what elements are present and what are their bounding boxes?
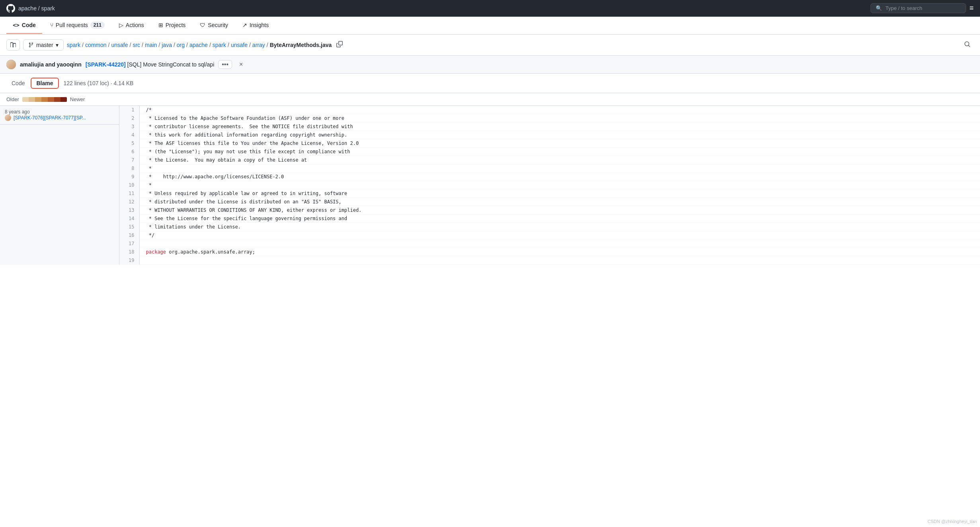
close-button[interactable]: ×: [239, 61, 243, 68]
age-gradient: [22, 97, 67, 102]
copy-icon: [336, 41, 343, 47]
table-row: 5 * The ASF licenses this file to You un…: [119, 139, 980, 148]
top-navbar: apache / spark 🔍 Type / to search ≡: [0, 0, 980, 17]
blame-sidebar: 8 years ago [SPARK-7076][SPARK-7077][SP.…: [0, 106, 119, 265]
table-row: 16 */: [119, 231, 980, 240]
breadcrumb-array[interactable]: array: [252, 42, 265, 48]
breadcrumb: spark / common / unsafe / src / main / j…: [67, 42, 332, 48]
commit-message: [SPARK-44220] [SQL] Move StringConcat to…: [86, 61, 214, 68]
sep-9: /: [228, 42, 229, 48]
table-row: 17: [119, 240, 980, 248]
breadcrumb-unsafe2[interactable]: unsafe: [231, 42, 248, 48]
table-row: 2 * Licensed to the Apache Software Foun…: [119, 114, 980, 123]
line-number-cell: 16: [119, 231, 139, 240]
tab-pull-requests[interactable]: ⑂ Pull requests 211: [44, 17, 111, 34]
tab-actions[interactable]: ▷ Actions: [113, 17, 150, 34]
table-row: 13 * WITHOUT WARRANTIES OR CONDITIONS OF…: [119, 206, 980, 215]
breadcrumb-unsafe[interactable]: unsafe: [111, 42, 128, 48]
nav-logo[interactable]: apache / spark: [6, 4, 55, 13]
newer-label: Newer: [70, 96, 85, 102]
table-row: 9 * http://www.apache.org/licenses/LICEN…: [119, 173, 980, 181]
breadcrumb-src[interactable]: src: [133, 42, 140, 48]
panel-toggle-button[interactable]: [6, 39, 20, 51]
tab-security-label: Security: [208, 22, 228, 28]
tab-projects[interactable]: ⊞ Projects: [152, 17, 192, 34]
projects-icon: ⊞: [158, 22, 163, 28]
code-blame-header: Code Blame 122 lines (107 loc) · 4.14 KB: [0, 74, 980, 93]
line-code-cell: * contributor license agreements. See th…: [139, 123, 980, 131]
line-code-cell: * the License. You may obtain a copy of …: [139, 156, 980, 164]
sep-2: /: [108, 42, 110, 48]
line-number-cell: 5: [119, 139, 139, 148]
line-code-cell: * distributed under the License is distr…: [139, 198, 980, 206]
tab-projects-label: Projects: [166, 22, 186, 28]
breadcrumb-main[interactable]: main: [145, 42, 157, 48]
breadcrumb-spark[interactable]: spark: [67, 42, 80, 48]
sep-5: /: [158, 42, 160, 48]
blame-mini-avatar: [5, 115, 11, 121]
branch-chevron-icon: ▾: [56, 42, 59, 48]
blame-commit-block[interactable]: 8 years ago [SPARK-7076][SPARK-7077][SP.…: [0, 106, 119, 125]
pr-badge: 211: [90, 21, 105, 29]
tab-pr-label: Pull requests: [56, 22, 88, 28]
table-row: 3 * contributor license agreements. See …: [119, 123, 980, 131]
sep-4: /: [142, 42, 143, 48]
line-number-cell: 9: [119, 173, 139, 181]
code-view-button[interactable]: Code: [6, 78, 30, 88]
tab-code[interactable]: <> Code: [6, 17, 42, 34]
actions-icon: ▷: [119, 22, 123, 28]
line-number-cell: 6: [119, 148, 139, 156]
breadcrumb-spark2[interactable]: spark: [213, 42, 226, 48]
age-legend: Older Newer: [0, 93, 980, 106]
age-swatch-5: [48, 97, 54, 102]
blame-commit-time: 8 years ago: [5, 109, 114, 115]
breadcrumb-apache[interactable]: apache: [189, 42, 208, 48]
blame-view-button[interactable]: Blame: [31, 78, 59, 89]
table-row: 11 * Unless required by applicable law o…: [119, 189, 980, 198]
table-row: 18package org.apache.spark.unsafe.array;: [119, 248, 980, 256]
search-file-icon: [964, 41, 970, 47]
line-code-cell: * http://www.apache.org/licenses/LICENSE…: [139, 173, 980, 181]
blame-commit-sha-row: [SPARK-7076][SPARK-7077][SP...: [5, 115, 114, 121]
breadcrumb-java[interactable]: java: [162, 42, 172, 48]
table-row: 6 * (the "License"); you may not use thi…: [119, 148, 980, 156]
age-swatch-2: [29, 97, 35, 102]
line-code-cell: *: [139, 164, 980, 173]
code-area: 1/*2 * Licensed to the Apache Software F…: [119, 106, 980, 265]
commit-details-button[interactable]: •••: [218, 60, 232, 69]
nav-breadcrumb: apache / spark: [18, 5, 55, 12]
sep-8: /: [209, 42, 211, 48]
avatar-image: [6, 60, 16, 69]
commit-bar: amaliujia and yaooqinn [SPARK-44220] [SQ…: [0, 56, 980, 74]
commit-link[interactable]: [SPARK-44220]: [86, 61, 126, 68]
sep-11: /: [267, 42, 268, 48]
github-logo-icon: [6, 4, 15, 13]
breadcrumb-org[interactable]: org: [177, 42, 185, 48]
security-icon: 🛡: [200, 22, 205, 28]
line-number-cell: 10: [119, 181, 139, 189]
copy-path-button[interactable]: [335, 39, 344, 51]
tab-code-label: Code: [22, 22, 36, 28]
commit-message-text: [SQL] Move StringConcat to sql/api: [127, 61, 215, 68]
tab-security[interactable]: 🛡 Security: [193, 17, 234, 34]
line-number-cell: 14: [119, 215, 139, 223]
code-table: 1/*2 * Licensed to the Apache Software F…: [119, 106, 980, 265]
hamburger-button[interactable]: ≡: [969, 4, 974, 12]
line-code-cell: */: [139, 231, 980, 240]
line-code-cell: *: [139, 181, 980, 189]
line-code-cell: [139, 256, 980, 265]
branch-selector[interactable]: master ▾: [23, 39, 64, 51]
code-icon: <>: [13, 22, 20, 28]
breadcrumb-filename: ByteArrayMethods.java: [270, 42, 332, 48]
search-box[interactable]: 🔍 Type / to search: [871, 3, 966, 13]
line-code-cell: * See the License for the specific langu…: [139, 215, 980, 223]
sep-10: /: [249, 42, 251, 48]
breadcrumb-common[interactable]: common: [85, 42, 107, 48]
table-row: 15 * limitations under the License.: [119, 223, 980, 231]
file-search-button[interactable]: [961, 39, 974, 51]
blame-commit-links[interactable]: [SPARK-7076][SPARK-7077][SP...: [14, 115, 86, 121]
line-number-cell: 2: [119, 114, 139, 123]
branch-name: master: [36, 42, 53, 48]
age-swatch-4: [41, 97, 48, 102]
tab-insights[interactable]: ↗ Insights: [236, 17, 275, 34]
